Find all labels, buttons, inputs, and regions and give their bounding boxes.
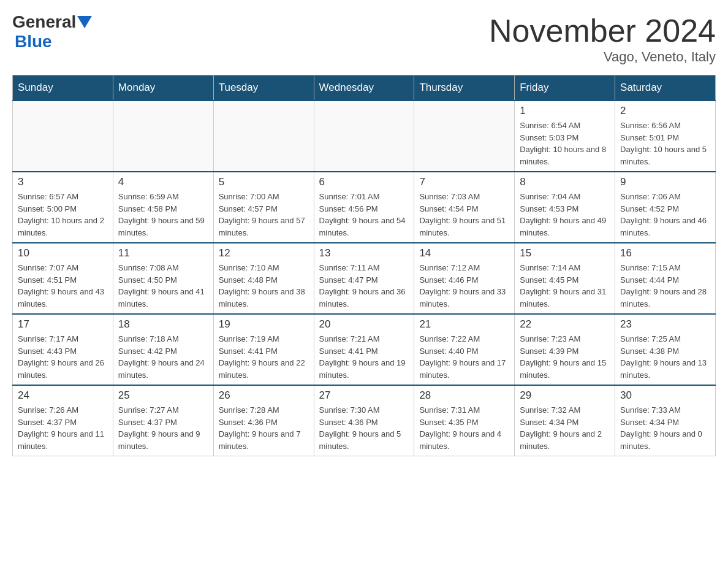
- calendar-table: SundayMondayTuesdayWednesdayThursdayFrid…: [12, 75, 716, 456]
- week-row-2: 3Sunrise: 6:57 AMSunset: 5:00 PMDaylight…: [13, 172, 716, 243]
- calendar-cell: 30Sunrise: 7:33 AMSunset: 4:34 PMDayligh…: [615, 385, 716, 456]
- day-info: Sunrise: 7:08 AMSunset: 4:50 PMDaylight:…: [118, 262, 208, 310]
- day-number: 5: [219, 176, 309, 188]
- logo-blue: Blue: [15, 32, 52, 51]
- day-number: 23: [620, 318, 710, 331]
- day-number: 24: [18, 389, 108, 402]
- day-info: Sunrise: 6:57 AMSunset: 5:00 PMDaylight:…: [18, 191, 108, 239]
- day-info: Sunrise: 7:28 AMSunset: 4:36 PMDaylight:…: [219, 404, 309, 452]
- day-info: Sunrise: 7:23 AMSunset: 4:39 PMDaylight:…: [520, 333, 610, 381]
- weekday-header-monday: Monday: [113, 75, 213, 101]
- calendar-cell: 25Sunrise: 7:27 AMSunset: 4:37 PMDayligh…: [113, 385, 213, 456]
- day-info: Sunrise: 7:15 AMSunset: 4:44 PMDaylight:…: [620, 262, 710, 310]
- day-number: 12: [219, 247, 309, 259]
- day-number: 30: [620, 389, 710, 402]
- calendar-cell: [414, 101, 515, 172]
- calendar-cell: 20Sunrise: 7:21 AMSunset: 4:41 PMDayligh…: [314, 314, 414, 385]
- day-info: Sunrise: 7:04 AMSunset: 4:53 PMDaylight:…: [520, 191, 610, 239]
- day-info: Sunrise: 7:32 AMSunset: 4:34 PMDaylight:…: [520, 404, 610, 452]
- day-number: 4: [118, 176, 208, 188]
- day-number: 28: [419, 389, 509, 402]
- calendar-cell: 5Sunrise: 7:00 AMSunset: 4:57 PMDaylight…: [213, 172, 314, 243]
- day-number: 15: [520, 247, 610, 259]
- calendar-cell: 2Sunrise: 6:56 AMSunset: 5:01 PMDaylight…: [615, 101, 716, 172]
- calendar-cell: [213, 101, 314, 172]
- calendar-cell: [314, 101, 414, 172]
- calendar-cell: 23Sunrise: 7:25 AMSunset: 4:38 PMDayligh…: [615, 314, 716, 385]
- day-number: 18: [118, 318, 208, 331]
- day-info: Sunrise: 7:14 AMSunset: 4:45 PMDaylight:…: [520, 262, 610, 310]
- calendar-cell: 17Sunrise: 7:17 AMSunset: 4:43 PMDayligh…: [13, 314, 113, 385]
- day-number: 26: [219, 389, 309, 402]
- calendar-cell: 21Sunrise: 7:22 AMSunset: 4:40 PMDayligh…: [414, 314, 515, 385]
- day-number: 7: [419, 176, 509, 188]
- day-info: Sunrise: 7:31 AMSunset: 4:35 PMDaylight:…: [419, 404, 509, 452]
- calendar-cell: 16Sunrise: 7:15 AMSunset: 4:44 PMDayligh…: [615, 243, 716, 314]
- title-section: November 2024 Vago, Veneto, Italy: [489, 12, 716, 65]
- calendar-cell: 8Sunrise: 7:04 AMSunset: 4:53 PMDaylight…: [515, 172, 615, 243]
- day-info: Sunrise: 6:54 AMSunset: 5:03 PMDaylight:…: [520, 120, 610, 167]
- week-row-1: 1Sunrise: 6:54 AMSunset: 5:03 PMDaylight…: [13, 101, 716, 172]
- day-info: Sunrise: 7:06 AMSunset: 4:52 PMDaylight:…: [620, 191, 710, 239]
- weekday-header-saturday: Saturday: [615, 75, 716, 101]
- calendar-cell: 7Sunrise: 7:03 AMSunset: 4:54 PMDaylight…: [414, 172, 515, 243]
- day-info: Sunrise: 7:30 AMSunset: 4:36 PMDaylight:…: [319, 404, 409, 452]
- day-number: 9: [620, 176, 710, 188]
- day-info: Sunrise: 7:26 AMSunset: 4:37 PMDaylight:…: [18, 404, 108, 452]
- calendar-cell: 18Sunrise: 7:18 AMSunset: 4:42 PMDayligh…: [113, 314, 213, 385]
- weekday-header-wednesday: Wednesday: [314, 75, 414, 101]
- day-info: Sunrise: 7:01 AMSunset: 4:56 PMDaylight:…: [319, 191, 409, 239]
- calendar-cell: 15Sunrise: 7:14 AMSunset: 4:45 PMDayligh…: [515, 243, 615, 314]
- day-number: 8: [520, 176, 610, 188]
- day-number: 6: [319, 176, 409, 188]
- calendar-cell: 24Sunrise: 7:26 AMSunset: 4:37 PMDayligh…: [13, 385, 113, 456]
- day-info: Sunrise: 7:11 AMSunset: 4:47 PMDaylight:…: [319, 262, 409, 310]
- day-info: Sunrise: 7:07 AMSunset: 4:51 PMDaylight:…: [18, 262, 108, 310]
- day-number: 16: [620, 247, 710, 259]
- week-row-3: 10Sunrise: 7:07 AMSunset: 4:51 PMDayligh…: [13, 243, 716, 314]
- day-info: Sunrise: 7:21 AMSunset: 4:41 PMDaylight:…: [319, 333, 409, 381]
- day-number: 14: [419, 247, 509, 259]
- day-info: Sunrise: 6:56 AMSunset: 5:01 PMDaylight:…: [620, 120, 710, 167]
- calendar-cell: 22Sunrise: 7:23 AMSunset: 4:39 PMDayligh…: [515, 314, 615, 385]
- day-info: Sunrise: 7:10 AMSunset: 4:48 PMDaylight:…: [219, 262, 309, 310]
- weekday-header-tuesday: Tuesday: [213, 75, 314, 101]
- calendar-cell: 26Sunrise: 7:28 AMSunset: 4:36 PMDayligh…: [213, 385, 314, 456]
- calendar-cell: 10Sunrise: 7:07 AMSunset: 4:51 PMDayligh…: [13, 243, 113, 314]
- day-number: 29: [520, 389, 610, 402]
- calendar-cell: 3Sunrise: 6:57 AMSunset: 5:00 PMDaylight…: [13, 172, 113, 243]
- logo-triangle-icon: [77, 16, 92, 28]
- calendar-cell: 28Sunrise: 7:31 AMSunset: 4:35 PMDayligh…: [414, 385, 515, 456]
- day-info: Sunrise: 7:33 AMSunset: 4:34 PMDaylight:…: [620, 404, 710, 452]
- calendar-cell: 6Sunrise: 7:01 AMSunset: 4:56 PMDaylight…: [314, 172, 414, 243]
- location: Vago, Veneto, Italy: [489, 49, 716, 65]
- weekday-header-sunday: Sunday: [13, 75, 113, 101]
- month-title: November 2024: [489, 12, 716, 49]
- day-info: Sunrise: 7:00 AMSunset: 4:57 PMDaylight:…: [219, 191, 309, 239]
- calendar-cell: 11Sunrise: 7:08 AMSunset: 4:50 PMDayligh…: [113, 243, 213, 314]
- day-info: Sunrise: 7:25 AMSunset: 4:38 PMDaylight:…: [620, 333, 710, 381]
- day-number: 3: [18, 176, 108, 188]
- day-number: 10: [18, 247, 108, 259]
- calendar-cell: [113, 101, 213, 172]
- logo: General Blue: [12, 12, 93, 52]
- page-header: General Blue November 2024 Vago, Veneto,…: [12, 12, 716, 65]
- weekday-header-thursday: Thursday: [414, 75, 515, 101]
- calendar-cell: 29Sunrise: 7:32 AMSunset: 4:34 PMDayligh…: [515, 385, 615, 456]
- day-info: Sunrise: 7:03 AMSunset: 4:54 PMDaylight:…: [419, 191, 509, 239]
- day-number: 25: [118, 389, 208, 402]
- weekday-header-friday: Friday: [515, 75, 615, 101]
- day-info: Sunrise: 7:17 AMSunset: 4:43 PMDaylight:…: [18, 333, 108, 381]
- day-number: 13: [319, 247, 409, 259]
- day-info: Sunrise: 7:12 AMSunset: 4:46 PMDaylight:…: [419, 262, 509, 310]
- day-number: 1: [520, 105, 610, 117]
- day-number: 2: [620, 105, 710, 117]
- calendar-cell: 12Sunrise: 7:10 AMSunset: 4:48 PMDayligh…: [213, 243, 314, 314]
- calendar-cell: [13, 101, 113, 172]
- day-number: 21: [419, 318, 509, 331]
- calendar-cell: 1Sunrise: 6:54 AMSunset: 5:03 PMDaylight…: [515, 101, 615, 172]
- week-row-5: 24Sunrise: 7:26 AMSunset: 4:37 PMDayligh…: [13, 385, 716, 456]
- day-number: 17: [18, 318, 108, 331]
- day-number: 20: [319, 318, 409, 331]
- day-number: 19: [219, 318, 309, 331]
